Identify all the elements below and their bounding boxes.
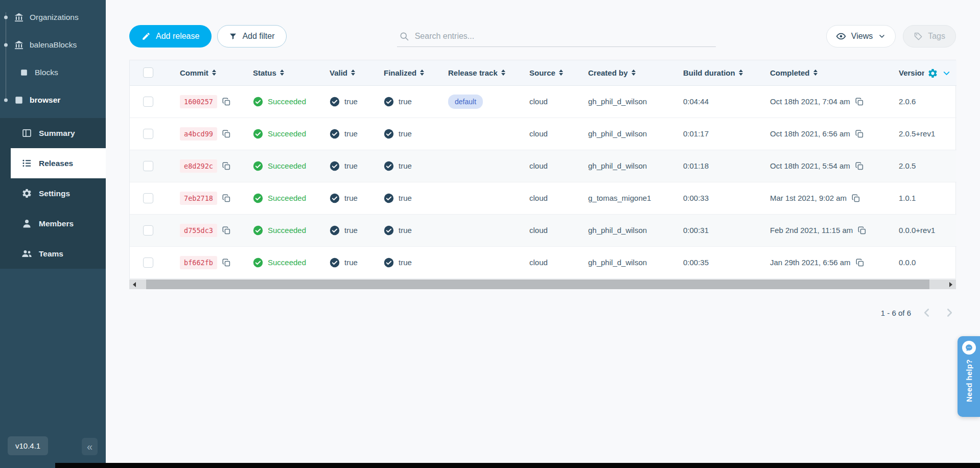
column-header-source[interactable]: Source: [524, 60, 583, 85]
scrollbar-track[interactable]: [139, 279, 946, 289]
scroll-left-arrow[interactable]: [129, 279, 139, 289]
column-header-valid[interactable]: Valid: [324, 60, 379, 85]
sidebar-item-teams[interactable]: Teams: [0, 239, 106, 269]
organization-icon: [14, 12, 24, 22]
row-checkbox[interactable]: [143, 97, 153, 107]
valid-label: true: [344, 161, 358, 170]
table-row[interactable]: 1600257 Succeeded true true default clou…: [130, 85, 956, 118]
select-all-checkbox[interactable]: [143, 67, 153, 78]
copy-icon[interactable]: [855, 161, 864, 171]
source-label: cloud: [529, 97, 548, 106]
completed-label: Oct 18th 2021, 7:04 am: [770, 97, 850, 106]
sidebar-item-blocks[interactable]: Blocks: [0, 59, 106, 86]
sidebar-item-settings[interactable]: Settings: [0, 178, 106, 208]
status-label: Succeeded: [268, 258, 306, 267]
commit-hash[interactable]: bf662fb: [180, 256, 217, 269]
completed-label: Oct 18th 2021, 6:56 am: [770, 129, 850, 138]
row-checkbox[interactable]: [143, 161, 153, 171]
created-by-label: g_tomas_migone1: [588, 194, 651, 202]
valid-label: true: [344, 194, 358, 202]
copy-icon[interactable]: [222, 226, 231, 235]
commit-hash[interactable]: e8d292c: [180, 159, 217, 173]
collapse-sidebar-button[interactable]: «: [82, 438, 98, 455]
table-row[interactable]: 7eb2718 Succeeded true true cloud g_toma…: [130, 182, 956, 214]
add-release-button[interactable]: Add release: [129, 25, 212, 48]
row-checkbox[interactable]: [143, 193, 153, 203]
copy-icon[interactable]: [222, 161, 231, 171]
status-label: Succeeded: [268, 97, 306, 106]
pagination-range-label: 1 - 6 of 6: [881, 309, 911, 317]
column-header-created-by[interactable]: Created by: [583, 60, 678, 85]
sidebar-item-organizations[interactable]: Organizations: [0, 4, 106, 31]
table-row[interactable]: e8d292c Succeeded true true cloud gh_phi…: [130, 150, 956, 182]
succeeded-icon: [253, 161, 263, 171]
column-settings-chevron-icon[interactable]: [942, 68, 951, 78]
scroll-right-arrow[interactable]: [946, 279, 956, 289]
check-icon: [384, 161, 394, 171]
copy-icon[interactable]: [222, 194, 231, 203]
commit-hash[interactable]: d755dc3: [180, 224, 217, 237]
column-header-build-duration[interactable]: Build duration: [678, 60, 765, 85]
sidebar-menu: Summary Releases Settings Members Teams: [0, 118, 106, 269]
commit-hash[interactable]: 1600257: [180, 95, 217, 108]
copy-icon[interactable]: [855, 129, 864, 138]
tag-icon: [914, 32, 923, 41]
succeeded-icon: [253, 193, 263, 203]
column-header-completed[interactable]: Completed: [765, 60, 894, 85]
table-row[interactable]: a4bcd99 Succeeded true true cloud gh_phi…: [130, 118, 956, 150]
sidebar-item-members[interactable]: Members: [0, 208, 106, 239]
chat-icon: [962, 341, 976, 355]
check-icon: [330, 193, 340, 203]
sort-icon: [501, 69, 505, 76]
version-badge[interactable]: v10.4.1: [8, 436, 48, 455]
views-button[interactable]: Views: [826, 25, 896, 48]
gear-icon: [21, 188, 32, 199]
column-header-commit[interactable]: Commit: [175, 60, 248, 85]
sort-icon: [739, 69, 743, 76]
copy-icon[interactable]: [851, 194, 860, 203]
copy-icon[interactable]: [855, 258, 865, 267]
finalized-label: true: [399, 129, 412, 138]
copy-icon[interactable]: [222, 258, 231, 267]
row-checkbox[interactable]: [143, 225, 153, 236]
sidebar-item-balenablocks[interactable]: balenaBlocks: [0, 31, 106, 59]
add-filter-button[interactable]: Add filter: [217, 25, 286, 48]
need-help-tab[interactable]: Need help?: [958, 336, 980, 417]
version-label: 0.0.0+rev1: [899, 226, 935, 235]
check-icon: [330, 225, 340, 236]
sidebar-item-browser[interactable]: browser: [0, 86, 106, 114]
source-label: cloud: [529, 258, 548, 267]
table-row[interactable]: bf662fb Succeeded true true cloud gh_phi…: [130, 246, 956, 278]
completed-label: Feb 2nd 2021, 11:15 am: [770, 226, 853, 235]
status-label: Succeeded: [268, 161, 306, 170]
search-input[interactable]: [415, 32, 714, 41]
sort-icon: [351, 69, 355, 76]
row-checkbox[interactable]: [143, 258, 153, 268]
column-settings-gear-icon[interactable]: [927, 68, 938, 79]
sidebar-item-summary[interactable]: Summary: [0, 118, 106, 148]
version-label: 2.0.6: [899, 97, 916, 106]
scrollbar-thumb[interactable]: [146, 279, 929, 289]
copy-icon[interactable]: [222, 97, 231, 106]
check-icon: [330, 161, 340, 171]
commit-hash[interactable]: 7eb2718: [180, 192, 217, 205]
copy-icon[interactable]: [222, 129, 231, 138]
row-checkbox[interactable]: [143, 129, 153, 139]
table-header-row: Commit Status Valid Finalized Release tr…: [130, 60, 956, 85]
search-box: [397, 26, 716, 47]
column-settings: [924, 61, 951, 85]
commit-hash[interactable]: a4bcd99: [180, 127, 217, 141]
column-header-status[interactable]: Status: [248, 60, 324, 85]
copy-icon[interactable]: [855, 97, 864, 106]
pagination: 1 - 6 of 6: [129, 306, 956, 319]
sidebar-item-releases[interactable]: Releases: [11, 148, 106, 178]
table-row[interactable]: d755dc3 Succeeded true true cloud gh_phi…: [130, 214, 956, 246]
valid-label: true: [344, 258, 358, 267]
column-header-finalized[interactable]: Finalized: [379, 60, 443, 85]
organization-icon: [14, 40, 24, 50]
sidebar-tree: Organizations balenaBlocks Blocks browse…: [0, 0, 106, 114]
copy-icon[interactable]: [857, 226, 867, 235]
sidebar: Organizations balenaBlocks Blocks browse…: [0, 0, 106, 468]
summary-icon: [21, 128, 32, 138]
column-header-release-track[interactable]: Release track: [443, 60, 524, 85]
